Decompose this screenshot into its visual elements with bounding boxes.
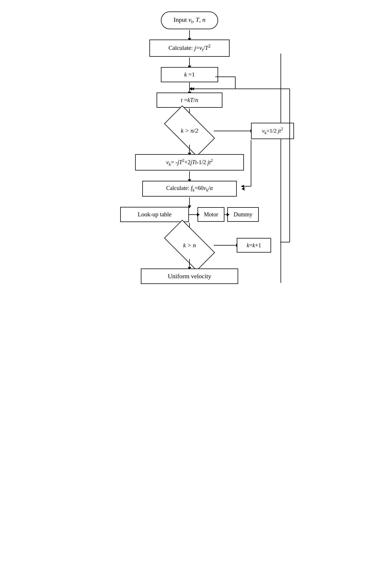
end-node: Uniform velocity — [89, 268, 290, 284]
diamond2-section: k > n k=k+1 — [89, 232, 290, 258]
vk-yes-node: vk= -jT2+2jTt-1/2 jt2 — [89, 154, 290, 171]
arrow-line-2 — [189, 58, 190, 66]
calc-j-node: Calculate: j=vt/T2 — [89, 40, 290, 56]
calc-j-rect: Calculate: j=vt/T2 — [149, 40, 230, 56]
motor-dummy-line — [224, 214, 227, 215]
k-init-rect: k =1 — [161, 67, 218, 82]
k-increment-node: k=k+1 — [237, 238, 271, 253]
arrow-9 — [89, 258, 290, 268]
vk-no-merge-arrow — [244, 189, 245, 189]
arrow-5 — [89, 144, 290, 154]
start-oval: Input vt, T, n — [161, 11, 218, 29]
vk-no-node: vk=1/2 jt2 — [251, 123, 294, 139]
flowchart-container: Input vt, T, n Calculate: j=vt/T2 k =1 — [89, 11, 290, 284]
arrow-line-3 — [189, 83, 190, 92]
diamond1-section: k > n/2 vk=1/2 jt2 — [89, 118, 290, 144]
diamond2: k > n — [165, 232, 214, 258]
arrow-1 — [89, 29, 290, 40]
dummy-rect: Dummy — [227, 207, 259, 222]
lookup-row: Look-up table Motor Dummy — [89, 207, 290, 222]
arrow-line-6 — [189, 171, 190, 180]
loop-section — [89, 82, 290, 93]
vk-no-merge-arrowhead — [242, 187, 244, 191]
lookup-motor-line — [189, 214, 198, 215]
diamond1-label: k > n/2 — [181, 127, 198, 134]
arrow-7 — [89, 197, 290, 207]
t-calc-rect: t =kT/n — [157, 93, 222, 108]
loop-arrowhead — [189, 87, 192, 91]
arrow-line-7 — [189, 197, 190, 206]
arrow-2 — [89, 57, 290, 67]
lookup-motor-arrowhead — [197, 213, 200, 216]
k-increment-rect: k=k+1 — [237, 238, 271, 253]
calc-fk-rect: Calculate: fk=60vk/α — [142, 181, 237, 197]
lookup-rect: Look-up table — [120, 207, 189, 222]
k-init-node: k =1 — [89, 67, 290, 82]
start-node: Input vt, T, n — [89, 11, 290, 29]
motor-dummy-arrowhead — [227, 213, 230, 216]
motor-rect: Motor — [198, 207, 224, 222]
arrow-line-9 — [189, 259, 190, 268]
diamond1-right-arrow — [214, 131, 251, 131]
arrow-line-1 — [189, 30, 190, 39]
vk-yes-rect: vk= -jT2+2jTt-1/2 jt2 — [135, 154, 244, 171]
end-rect: Uniform velocity — [141, 268, 238, 284]
diamond1: k > n/2 — [165, 118, 214, 144]
arrow-3 — [89, 82, 290, 93]
diamond2-right-line — [214, 245, 237, 246]
diamond2-label: k > n — [183, 242, 196, 249]
arrow-6 — [89, 170, 290, 181]
t-calc-node: t =kT/n — [89, 93, 290, 108]
vk-no-rect: vk=1/2 jt2 — [251, 123, 294, 139]
diamond1-right-line — [214, 131, 251, 131]
arrow-line-5 — [189, 145, 190, 153]
vk-no-merge-line — [244, 189, 245, 189]
calc-fk-node: Calculate: fk=60vk/α — [89, 181, 290, 197]
diamond2-right-arrow — [214, 245, 237, 246]
